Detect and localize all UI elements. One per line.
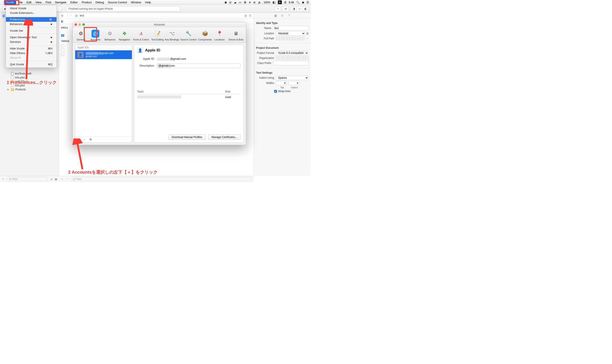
menu-hide-others[interactable]: Hide Others⌥⌘H [6, 51, 56, 55]
toggle-navigator-button[interactable]: ◨ [291, 6, 297, 12]
menu-file[interactable]: File [16, 0, 25, 4]
submenu-arrow-icon: ▶ [51, 41, 52, 43]
wifi-icon[interactable]: ⊚ [253, 1, 256, 4]
spotlight-icon[interactable]: 🔍 [296, 1, 300, 4]
prefs-tab-server[interactable]: 🖥Server & Bots [227, 29, 245, 42]
airplay-icon[interactable]: ▭ [239, 1, 241, 4]
download-profiles-button[interactable]: Download Manual Profiles [168, 134, 206, 140]
editor-options-icon[interactable]: ☰ [249, 14, 251, 17]
prefs-tab-behaviors[interactable]: ⚙Behaviors [103, 29, 117, 42]
menu-help[interactable]: Help [143, 0, 153, 4]
toggle-debug-button[interactable]: ▭ [297, 6, 303, 12]
help-inspector-tab[interactable]: ？ [288, 14, 290, 17]
prefs-tab-accounts[interactable]: @Accounts [88, 29, 103, 42]
menu-preferences[interactable]: Preferences...⌘, [6, 17, 56, 22]
close-window-button[interactable] [75, 23, 77, 26]
menu-navigate[interactable]: Navigate [53, 0, 68, 4]
classprefix-input[interactable] [273, 61, 309, 65]
zoom-window-button[interactable] [82, 23, 85, 26]
menu-xcode-extensions[interactable]: Xcode Extensions... [6, 11, 56, 15]
forward-button[interactable]: 〉 [70, 14, 73, 17]
tab-width-input[interactable] [276, 81, 287, 85]
history-inspector-tab[interactable]: ◷ [281, 14, 283, 17]
record-icon[interactable]: ◉ [224, 1, 227, 4]
name-input[interactable] [273, 26, 309, 30]
description-input[interactable] [157, 63, 240, 68]
remove-target-button[interactable]: － [65, 177, 68, 181]
code-review-button[interactable]: ⇄ [283, 6, 289, 12]
tree-file[interactable]: testTests.swift [0, 72, 59, 76]
indent-select[interactable]: Spaces [276, 76, 309, 80]
tree-folder[interactable]: ▶Products [0, 88, 59, 91]
folder-picker-icon[interactable]: ▥ [306, 32, 309, 35]
menu-services[interactable]: Services▶ [6, 39, 56, 44]
file-inspector-tab[interactable]: ▤ [274, 14, 277, 17]
shield-icon[interactable]: ◎ [229, 1, 232, 4]
prefs-tab-textediting[interactable]: 📝Text Editing [150, 29, 165, 42]
menu-show-all[interactable]: Show All [6, 55, 56, 60]
battery-icon[interactable]: ▮▯ [273, 1, 276, 4]
prefs-tab-sourcecontrol[interactable]: 🔧Source Control [179, 29, 198, 42]
volume-icon[interactable]: 🔉 [258, 1, 261, 4]
account-row[interactable]: 👤 @gmail.com gmail.com [75, 50, 132, 59]
notification-icon[interactable]: ☰ [306, 1, 309, 4]
project-navigator-tab[interactable]: ▥ [1, 14, 6, 18]
library-button[interactable]: ＋ [275, 6, 281, 12]
reveal-icon[interactable]: → [306, 37, 309, 40]
cloud-icon[interactable]: ☁ [234, 1, 236, 4]
toggle-inspector-button[interactable]: ◧ [302, 6, 309, 12]
targets-filter[interactable]: ⊚ Filter [70, 177, 252, 181]
manage-certificates-button[interactable]: Manage Certificates... [208, 134, 240, 140]
menu-debug[interactable]: Debug [94, 0, 106, 4]
back-button[interactable]: 〈 [65, 14, 68, 17]
siri-icon[interactable]: ◉ [302, 1, 304, 4]
breadcrumb-project[interactable]: test [80, 14, 84, 17]
prefs-tab-keybindings[interactable]: ⌥Key Bindings [165, 29, 179, 42]
prefs-tab-locations[interactable]: 📍Locations [212, 29, 227, 42]
grid-icon[interactable]: ⊞ [61, 14, 63, 17]
menu-editor[interactable]: Editor [68, 0, 80, 4]
menu-window[interactable]: Window [129, 0, 143, 4]
prefs-tab-components[interactable]: 📦Components [198, 29, 212, 42]
prefs-tab-label: Navigation [119, 38, 130, 41]
scm-filter-icon[interactable]: ▣ [55, 178, 57, 181]
menu-hide-xcode[interactable]: Hide Xcode⌘H [6, 46, 56, 51]
minimize-window-button[interactable] [78, 23, 81, 26]
projformat-select[interactable]: Xcode 9.3-compatible [276, 51, 309, 55]
menu-source-control[interactable]: Source Control [106, 0, 129, 4]
ime-indicator[interactable]: あ [278, 0, 282, 4]
add-button[interactable]: ＋ [2, 177, 4, 181]
menu-xcode-server[interactable]: Xcode Ser [6, 28, 56, 33]
add-target-button[interactable]: ＋ [61, 177, 63, 181]
menu-view[interactable]: View [33, 0, 43, 4]
menu-behaviors[interactable]: Behaviors▶ [6, 22, 56, 26]
add-account-button[interactable]: ＋ [77, 138, 80, 142]
prefs-tab-fonts[interactable]: AFonts & Colors [132, 29, 150, 42]
bluetooth-icon[interactable]: ∗ [249, 1, 251, 4]
team-row[interactable]: User [137, 94, 240, 100]
menu-product[interactable]: Product [80, 0, 94, 4]
menu-open-dev-tool[interactable]: Open Developer Tool▶ [6, 35, 56, 39]
tree-file[interactable]: Info.plist [0, 76, 59, 79]
sidebar-toggle-icon[interactable]: ◧ [61, 20, 64, 23]
related-items-icon[interactable]: ▥ [245, 14, 247, 17]
indent-width-input[interactable] [289, 81, 300, 85]
navigator-filter[interactable]: ⊚ Filter [7, 177, 48, 181]
description-label: Description: [137, 64, 157, 67]
menu-edit[interactable]: Edit [25, 0, 33, 4]
prefs-tab-general[interactable]: ⚙General [74, 29, 88, 42]
remove-account-button[interactable]: － [83, 138, 86, 142]
display-icon[interactable]: 🖥 [244, 1, 247, 4]
menu-quit-xcode[interactable]: Quit Xcode⌘Q [6, 62, 56, 67]
menu-xcode[interactable]: Xcode [4, 0, 16, 4]
account-action-button[interactable]: ⚙ [89, 138, 92, 142]
tree-file[interactable]: Info.plist [0, 84, 59, 88]
wrap-checkbox[interactable] [274, 90, 277, 93]
recent-filter-icon[interactable]: ◷ [50, 178, 52, 181]
menu-about-xcode[interactable]: About Xcode [6, 6, 56, 11]
tree-folder[interactable]: ▼testUITests [0, 79, 59, 84]
prefs-titlebar[interactable]: Accounts [73, 22, 246, 27]
prefs-tab-navigation[interactable]: ✥Navigation [117, 29, 132, 42]
menu-find[interactable]: Find [43, 0, 53, 4]
location-select[interactable]: Absolute [276, 31, 305, 36]
